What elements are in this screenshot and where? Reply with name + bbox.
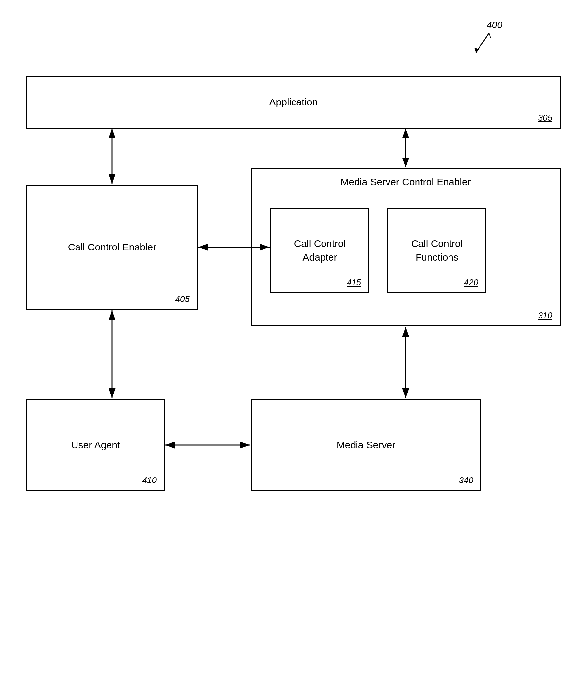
application-box: Application 305 — [26, 76, 561, 129]
call-control-functions-box: Call ControlFunctions 420 — [388, 208, 486, 293]
media-server-box: Media Server 340 — [250, 399, 482, 491]
lightning-arrow-icon — [473, 30, 492, 56]
svg-line-2 — [489, 33, 491, 38]
media-server-control-enabler-ref: 310 — [538, 310, 552, 321]
media-server-control-enabler-label: Media Server Control Enabler — [251, 176, 560, 188]
application-label: Application — [269, 95, 318, 109]
ref-400: 400 — [487, 20, 502, 30]
user-agent-ref: 410 — [142, 475, 157, 485]
call-control-enabler-ref: 405 — [175, 294, 190, 304]
application-ref: 305 — [538, 113, 552, 123]
call-control-enabler-label: Call Control Enabler — [68, 240, 156, 254]
call-control-adapter-label: Call ControlAdapter — [294, 237, 346, 264]
user-agent-label: User Agent — [71, 438, 120, 452]
call-control-functions-ref: 420 — [464, 277, 478, 288]
call-control-enabler-box: Call Control Enabler 405 — [26, 185, 198, 310]
call-control-adapter-box: Call ControlAdapter 415 — [270, 208, 369, 293]
user-agent-box: User Agent 410 — [26, 399, 165, 491]
call-control-functions-label: Call ControlFunctions — [411, 237, 463, 264]
call-control-adapter-ref: 415 — [347, 277, 361, 288]
media-server-label: Media Server — [337, 438, 396, 452]
diagram-container: 400 Application 305 Call Control Enabler… — [0, 0, 588, 700]
media-server-ref: 340 — [459, 475, 473, 485]
